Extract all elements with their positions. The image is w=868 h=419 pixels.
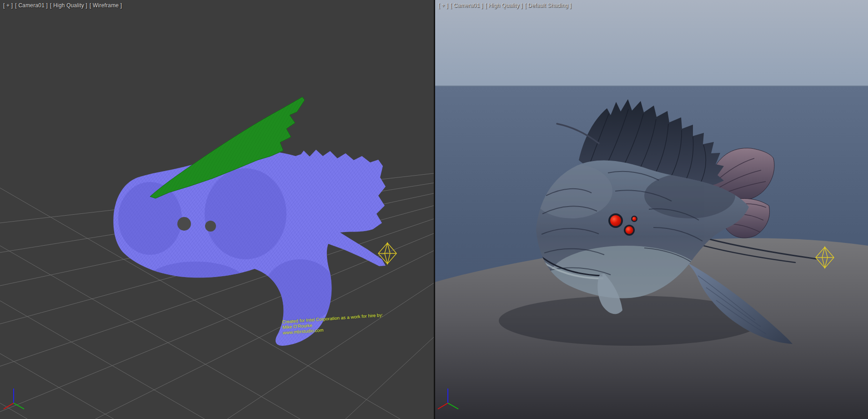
viewport-label-right: [ + ][ Camera01 ][ High Quality ][ Defau… xyxy=(438,2,574,9)
viewport-menu-pov[interactable]: [ Camera01 ] xyxy=(450,2,483,9)
viewport-menu-shading[interactable]: [ Default Shading ] xyxy=(525,2,572,9)
viewport-menu-pov[interactable]: [ Camera01 ] xyxy=(15,2,48,9)
eye-socket-hole xyxy=(205,221,216,232)
wireframe-scene xyxy=(0,0,434,419)
viewport-menu-quality[interactable]: [ High Quality ] xyxy=(485,2,522,9)
creature-model-wireframe[interactable] xyxy=(113,97,386,346)
eye-socket-hole xyxy=(177,217,191,231)
viewport-menu-general[interactable]: [ + ] xyxy=(438,2,448,9)
sky-background xyxy=(435,0,868,86)
horizon-line xyxy=(435,86,868,86)
viewport-shaded[interactable]: [ + ][ Camera01 ][ High Quality ][ Defau… xyxy=(435,0,868,419)
viewport-menu-quality[interactable]: [ High Quality ] xyxy=(50,2,87,9)
viewport-menu-shading[interactable]: [ Wireframe ] xyxy=(90,2,122,9)
shaded-scene xyxy=(435,0,868,419)
dual-viewport-stage: [ + ][ Camera01 ][ High Quality ][ Wiref… xyxy=(0,0,868,419)
viewport-label-left: [ + ][ Camera01 ][ High Quality ][ Wiref… xyxy=(3,2,124,9)
viewport-wireframe[interactable]: [ + ][ Camera01 ][ High Quality ][ Wiref… xyxy=(0,0,434,419)
viewport-menu-general[interactable]: [ + ] xyxy=(3,2,13,9)
